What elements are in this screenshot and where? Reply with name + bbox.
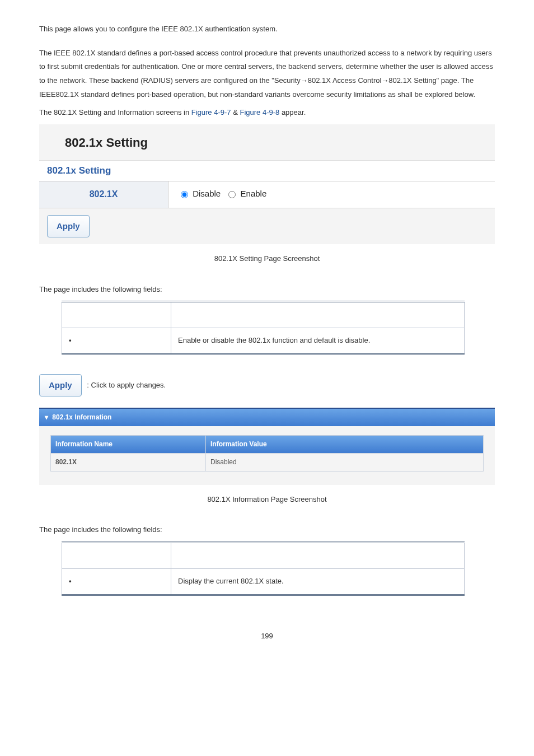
tbl2-h1: Object bbox=[62, 543, 171, 569]
ss1-row-value: Disable Enable bbox=[168, 181, 495, 207]
intro-paragraph-1: This page allows you to configure the IE… bbox=[39, 22, 495, 36]
fields-intro-2: The page includes the following fields: bbox=[39, 523, 495, 537]
tbl1-object-cell: • 802.1X bbox=[62, 328, 171, 354]
apply-button[interactable]: Apply bbox=[47, 215, 90, 238]
caption-2-text: 802.1X Information Page Screenshot bbox=[207, 495, 326, 503]
intro-paragraph-2a: The IEEE 802.1X standard defines a port-… bbox=[39, 46, 495, 102]
tbl2-object-cell: • 802.1X bbox=[62, 568, 171, 595]
param-table-2: Object Description • 802.1X Display the … bbox=[62, 542, 465, 595]
chevron-down-icon: ▾ bbox=[45, 411, 48, 424]
ss2-col2: Information Value bbox=[206, 436, 484, 454]
apply-button-inline[interactable]: Apply bbox=[39, 374, 82, 397]
ss2-row-value: Disabled bbox=[206, 453, 484, 471]
ss2-header[interactable]: ▾ 802.1x Information bbox=[39, 409, 495, 426]
tbl1-h1: Object bbox=[62, 302, 171, 328]
intro-paragraph-2b: The 802.1X Setting and Information scree… bbox=[39, 106, 495, 120]
ss1-subtitle: 802.1x Setting bbox=[39, 160, 495, 181]
ss2-col1: Information Name bbox=[51, 436, 206, 454]
fields-intro-1: The page includes the following fields: bbox=[39, 283, 495, 297]
radio-disable-wrap[interactable]: Disable bbox=[175, 189, 223, 198]
radio-enable[interactable] bbox=[228, 191, 236, 198]
tbl1-h2: Description bbox=[171, 302, 465, 328]
intro-amp: & bbox=[233, 108, 240, 116]
radio-enable-wrap[interactable]: Enable bbox=[223, 189, 266, 198]
caption-2: Figure 4-9-8 802.1X Information Page Scr… bbox=[39, 493, 495, 507]
screenshot-8021x-setting: 802.1x Setting 802.1x Setting 802.1X Dis… bbox=[39, 124, 495, 244]
ss2-row-name: 802.1X bbox=[51, 453, 206, 471]
apply-explain-row: Apply : Click to apply changes. bbox=[39, 374, 495, 397]
ss2-header-text: 802.1x Information bbox=[52, 413, 111, 421]
caption-1: Figure 4-9-7 802.1X Setting Page Screens… bbox=[39, 252, 495, 266]
bullet-icon: • bbox=[69, 575, 76, 589]
figure-link-2[interactable]: Figure 4-9-8 bbox=[240, 108, 279, 116]
figure-link-1[interactable]: Figure 4-9-7 bbox=[191, 108, 231, 116]
radio-disable[interactable] bbox=[181, 191, 188, 198]
ss1-row: 802.1X Disable Enable bbox=[39, 181, 495, 208]
param-table-1: Object Description • 802.1X Enable or di… bbox=[62, 301, 465, 354]
page-number: 199 bbox=[39, 629, 495, 643]
radio-disable-label: Disable bbox=[193, 189, 221, 198]
ss1-title: 802.1x Setting bbox=[39, 124, 495, 160]
tbl2-h2: Description bbox=[171, 543, 465, 569]
screenshot-8021x-information: ▾ 802.1x Information Information Name In… bbox=[39, 408, 495, 484]
intro-prefix: The 802.1X Setting and Information scree… bbox=[39, 108, 191, 116]
ss1-row-label: 802.1X bbox=[39, 181, 168, 207]
bullet-icon: • bbox=[69, 334, 76, 348]
radio-enable-label: Enable bbox=[241, 189, 267, 198]
tbl1-desc-cell: Enable or disable the 802.1x function an… bbox=[171, 328, 465, 354]
apply-explain-text: : Click to apply changes. bbox=[87, 381, 166, 389]
ss2-table: Information Name Information Value 802.1… bbox=[50, 435, 484, 472]
caption-1-text: 802.1X Setting Page Screenshot bbox=[214, 254, 320, 263]
intro-suffix: appear. bbox=[282, 108, 306, 116]
tbl2-desc-cell: Display the current 802.1X state. bbox=[171, 568, 465, 595]
